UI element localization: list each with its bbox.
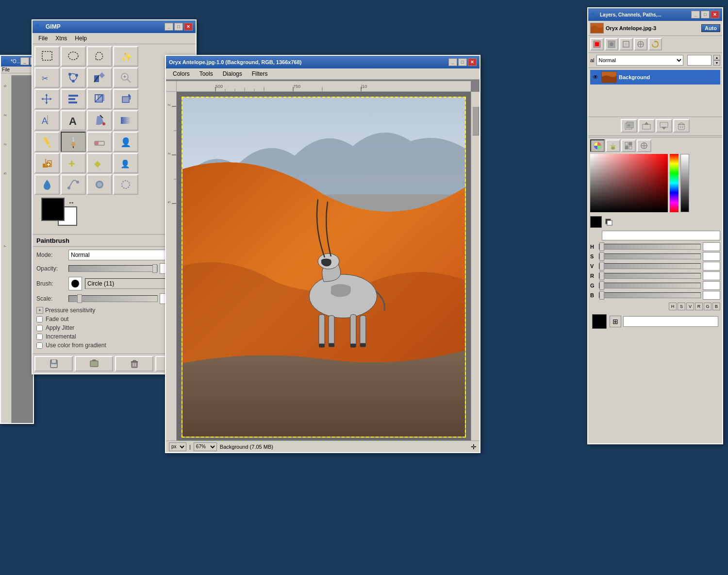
secondary-minimize-btn[interactable]: _ (20, 57, 29, 65)
bucket-fill-tool[interactable] (87, 110, 112, 131)
incremental-checkbox[interactable] (36, 334, 43, 340)
align-tool[interactable] (61, 89, 86, 109)
channel-r-input[interactable] (703, 271, 720, 280)
channel-b-slider[interactable] (599, 292, 701, 298)
restore-preset-btn[interactable] (75, 356, 113, 372)
airbrush-tool[interactable]: 👤 (113, 132, 138, 152)
layer-tool-btn-1[interactable] (590, 38, 604, 51)
fg-swatch-mini[interactable] (590, 216, 602, 228)
layer-tool-btn-2[interactable] (605, 38, 618, 51)
color-hue-bar[interactable] (670, 154, 678, 212)
canvas-minimize-btn[interactable]: _ (448, 58, 457, 66)
layers-opacity-spin-down[interactable]: ▼ (713, 60, 720, 66)
v-scrollbar-thumb[interactable] (472, 106, 479, 135)
status-unit-select[interactable]: px in cm (169, 442, 186, 451)
canvas-scrollbar-vertical[interactable] (471, 92, 480, 442)
secondary-file-menu[interactable]: File (2, 67, 10, 72)
save-preset-btn[interactable] (34, 356, 73, 372)
brush-preview[interactable] (68, 277, 82, 290)
move-tool[interactable] (34, 89, 60, 109)
eraser-tool[interactable] (87, 132, 112, 152)
dummy-tool[interactable] (113, 174, 138, 195)
ellipse-select-tool[interactable] (61, 46, 86, 67)
pressure-expand-btn[interactable]: + (36, 307, 43, 314)
fade-out-checkbox[interactable] (36, 316, 43, 322)
smudge-tool[interactable] (87, 174, 112, 195)
cp-tab-paintbrush[interactable] (606, 139, 620, 152)
fuzzy-select-tool[interactable]: ✨ (113, 46, 138, 67)
heal-tool[interactable]: ✚ (61, 153, 86, 173)
gimp-maximize-btn[interactable]: □ (174, 23, 183, 31)
gimp-menu-file[interactable]: File (34, 34, 51, 43)
rect-select-tool[interactable] (34, 46, 60, 67)
layers-minimize-btn[interactable]: _ (691, 11, 700, 18)
foreground-color[interactable] (41, 198, 65, 221)
cp-tab-pattern[interactable] (621, 139, 636, 152)
gimp-close-btn[interactable]: ✕ (184, 23, 193, 31)
canvas-menu-dialogs[interactable]: Dialogs (218, 69, 247, 78)
channel-s-input[interactable] (703, 252, 720, 261)
channel-v-slider[interactable] (599, 263, 701, 269)
crop-tool[interactable] (87, 89, 112, 109)
raise-layer-btn[interactable] (638, 119, 655, 133)
channel-h-input[interactable] (703, 242, 720, 251)
channel-v-input[interactable] (703, 262, 720, 271)
channel-v-btn[interactable]: V (686, 303, 694, 310)
zoom-tool[interactable] (113, 68, 138, 88)
status-zoom-select[interactable]: 67% 50% 100% (194, 442, 217, 451)
delete-layer-btn[interactable] (673, 119, 690, 133)
layer-visibility-eye[interactable]: 👁 (592, 73, 599, 81)
layer-tool-refresh-btn[interactable] (648, 38, 662, 51)
scissors-tool[interactable]: ✂ (34, 68, 60, 88)
channel-b-input[interactable] (703, 291, 720, 300)
gimp-minimize-btn[interactable]: _ (165, 23, 173, 31)
blend-tool[interactable] (113, 110, 138, 131)
canvas-menu-filters[interactable]: Filters (247, 69, 273, 78)
layers-opacity-spin-up[interactable]: ▲ (713, 55, 720, 60)
opacity-slider[interactable] (68, 265, 158, 272)
layers-maximize-btn[interactable]: □ (701, 11, 710, 18)
text-tool[interactable]: A (61, 110, 86, 131)
layers-close-btn[interactable]: ✕ (711, 11, 719, 18)
channel-g-slider[interactable] (599, 283, 701, 288)
path-tool2[interactable] (61, 174, 86, 195)
clone-tool[interactable] (34, 153, 60, 173)
paths-edit-tool[interactable]: 👤 (113, 153, 138, 173)
channel-s-slider[interactable] (599, 254, 701, 259)
channel-h-btn[interactable]: H (669, 303, 677, 310)
free-select-tool[interactable] (87, 46, 112, 67)
layer-tool-btn-4[interactable] (634, 38, 647, 51)
flip-tool[interactable]: A (34, 110, 60, 131)
channel-h-slider[interactable] (599, 244, 701, 250)
color-output-btn[interactable]: ⊞ (610, 316, 621, 327)
new-layer-btn[interactable] (621, 119, 637, 133)
auto-button[interactable]: Auto (701, 24, 720, 32)
layers-opacity-input[interactable]: 100.0 (687, 55, 711, 66)
canvas-restore-btn[interactable]: □ (458, 58, 467, 66)
channel-g-input[interactable] (703, 281, 720, 290)
color-value-bar[interactable] (680, 154, 689, 212)
paths-tool[interactable] (61, 68, 86, 88)
channel-r-slider[interactable] (599, 273, 701, 279)
canvas-menu-colors[interactable]: Colors (168, 69, 195, 78)
paintbrush-tool[interactable] (61, 132, 86, 152)
layer-item-background[interactable]: 👁 Background (590, 70, 720, 85)
water-drop-tool[interactable] (34, 174, 60, 195)
color-square[interactable] (590, 154, 668, 212)
color-hex-input[interactable]: 000000 (602, 231, 720, 240)
swap-fg-bg-icon[interactable] (605, 218, 612, 226)
scale-slider[interactable] (68, 295, 158, 302)
cp-tab-channels[interactable] (637, 139, 651, 152)
gimp-menu-xtns[interactable]: Xtns (51, 34, 71, 43)
channel-r-btn[interactable]: R (695, 303, 703, 310)
perspective-clone-tool[interactable]: ◆ (87, 153, 112, 173)
use-color-gradient-checkbox[interactable] (36, 342, 43, 349)
fg-black-swatch[interactable] (592, 314, 607, 329)
delete-preset-btn[interactable] (115, 356, 153, 372)
gimp-menu-help[interactable]: Help (71, 34, 91, 43)
cp-tab-color-wheel[interactable] (590, 139, 605, 152)
apply-jitter-checkbox[interactable] (36, 325, 43, 331)
lower-layer-btn[interactable] (656, 119, 672, 133)
layers-mode-select[interactable]: Normal Dissolve Multiply (596, 55, 683, 66)
hex-value-display[interactable]: 000000 (623, 316, 718, 327)
